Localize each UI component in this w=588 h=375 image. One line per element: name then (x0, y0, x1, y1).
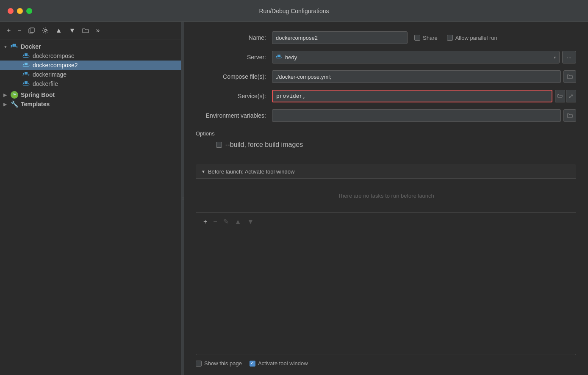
launch-add-button[interactable]: + (201, 217, 209, 227)
name-input[interactable] (272, 31, 408, 44)
svg-rect-6 (13, 44, 14, 45)
services-expand-button[interactable]: ⤢ (566, 90, 576, 102)
server-value: hedy (285, 54, 297, 61)
launch-edit-button[interactable]: ✎ (221, 216, 231, 227)
services-input[interactable] (272, 90, 552, 102)
svg-rect-16 (25, 63, 26, 64)
folder-button[interactable] (80, 26, 92, 35)
svg-rect-3 (11, 45, 12, 47)
spring-boot-arrow: ▶ (3, 93, 8, 97)
svg-rect-32 (279, 55, 280, 56)
templates-label: Templates (21, 101, 50, 108)
env-vars-row: Environment variables: (196, 109, 576, 122)
settings-button[interactable] (39, 26, 51, 35)
dockerfile-label: dockerfile (33, 80, 58, 87)
spring-boot-icon: 🍃 (10, 91, 19, 98)
svg-rect-20 (26, 73, 28, 74)
svg-rect-29 (277, 56, 279, 57)
compose-files-input[interactable] (272, 70, 561, 83)
close-button[interactable] (8, 8, 14, 14)
services-folder-button[interactable] (555, 90, 565, 102)
svg-rect-15 (26, 64, 28, 65)
dockercompose2-icon (22, 62, 31, 69)
remove-config-button[interactable]: − (15, 25, 24, 36)
svg-rect-22 (26, 72, 28, 73)
tree-item-dockercompose2[interactable]: dockercompose2 (0, 61, 181, 70)
server-control: hedy ▾ ··· (272, 51, 576, 63)
copy-config-button[interactable] (26, 26, 38, 35)
server-left: hedy (276, 54, 297, 61)
launch-down-button[interactable]: ▼ (245, 217, 256, 227)
launch-up-button[interactable]: ▲ (233, 217, 244, 227)
tree-item-dockerimage[interactable]: dockerimage (0, 70, 181, 79)
share-checkbox[interactable] (414, 35, 420, 41)
templates-group[interactable]: ▶ 🔧 Templates (0, 99, 181, 109)
docker-group-arrow: ▼ (3, 44, 8, 49)
configurations-tree: ▼ Docker (0, 39, 181, 375)
window-controls (8, 8, 32, 14)
compose-files-control (272, 70, 576, 83)
server-dropdown[interactable]: hedy ▾ (272, 51, 560, 63)
server-more-button[interactable]: ··· (562, 51, 576, 63)
env-vars-input[interactable] (272, 109, 561, 122)
templates-icon: 🔧 (10, 101, 19, 108)
docker-group[interactable]: ▼ Docker (0, 42, 181, 51)
options-section: Options --build, force build images (196, 130, 576, 152)
left-panel: + − ▲ ▼ » (0, 22, 181, 375)
svg-rect-27 (26, 81, 28, 83)
env-vars-label: Environment variables: (196, 112, 272, 119)
launch-remove-button[interactable]: − (211, 217, 219, 227)
dockercompose-label: dockercompose (33, 52, 75, 59)
build-option-checkbox[interactable] (216, 142, 222, 148)
tree-item-dockerfile[interactable]: dockerfile (0, 79, 181, 88)
maximize-button[interactable] (26, 8, 32, 14)
window-title: Run/Debug Configurations (259, 8, 329, 14)
show-page-item: Show this page (196, 360, 242, 367)
svg-rect-26 (25, 81, 26, 83)
copy-icon (28, 28, 35, 33)
services-row: Service(s): ⤢ (196, 90, 576, 102)
svg-rect-19 (25, 73, 26, 74)
share-checkbox-item: Share (414, 35, 438, 41)
svg-point-2 (44, 30, 46, 32)
compose-files-label: Compose file(s): (196, 73, 272, 80)
right-panel: Name: Share Allow parallel run Server: (184, 22, 588, 375)
show-page-checkbox[interactable] (196, 361, 202, 367)
before-launch-body: There are no tasks to run before launch (196, 179, 576, 212)
dockercompose2-label: dockercompose2 (33, 62, 78, 69)
activate-tool-item: Activate tool window (250, 360, 308, 367)
svg-rect-30 (279, 56, 280, 57)
more-button[interactable]: » (93, 25, 102, 36)
svg-rect-11 (25, 53, 26, 55)
svg-rect-23 (23, 83, 24, 84)
activate-tool-checkbox[interactable] (250, 361, 255, 367)
svg-rect-9 (25, 55, 26, 56)
env-vars-folder-button[interactable] (563, 109, 576, 122)
build-option-label: --build, force build images (225, 141, 303, 149)
compose-files-folder-button[interactable] (563, 70, 576, 83)
svg-rect-17 (26, 63, 28, 64)
move-down-button[interactable]: ▼ (67, 25, 78, 36)
spring-boot-group[interactable]: ▶ 🍃 Spring Boot (0, 90, 181, 99)
spring-boot-label: Spring Boot (21, 91, 55, 98)
minimize-button[interactable] (17, 8, 23, 14)
dockerfile-icon (22, 80, 31, 87)
docker-group-icon (10, 43, 19, 50)
before-launch-arrow-icon: ▼ (201, 169, 205, 174)
svg-rect-13 (23, 64, 24, 65)
tree-item-dockercompose[interactable]: dockercompose (0, 51, 181, 61)
allow-parallel-label: Allow parallel run (455, 35, 497, 41)
svg-rect-1 (30, 28, 34, 32)
svg-rect-24 (25, 83, 26, 84)
allow-parallel-checkbox[interactable] (447, 35, 453, 41)
name-label: Name: (196, 34, 272, 41)
no-tasks-text: There are no tasks to run before launch (338, 193, 434, 199)
move-up-button[interactable]: ▲ (53, 25, 65, 36)
before-launch-title: Before launch: Activate tool window (208, 168, 295, 175)
add-config-button[interactable]: + (4, 25, 13, 36)
services-label: Service(s): (196, 93, 272, 99)
config-toolbar: + − ▲ ▼ » (0, 22, 181, 39)
svg-rect-28 (276, 56, 277, 57)
dockerimage-icon (22, 71, 31, 78)
templates-arrow: ▶ (3, 102, 8, 107)
